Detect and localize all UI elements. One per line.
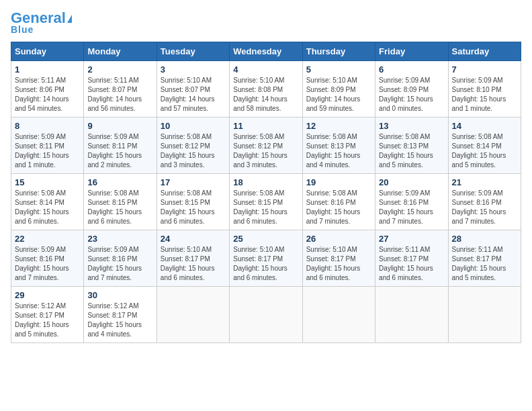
day-number: 4 — [233, 64, 298, 75]
day-info: Sunrise: 5:10 AMSunset: 8:08 PMDaylight:… — [233, 76, 298, 113]
day-number: 29 — [15, 290, 80, 300]
week-row-2: 8 Sunrise: 5:09 AMSunset: 8:11 PMDayligh… — [11, 118, 521, 174]
day-info: Sunrise: 5:09 AMSunset: 8:16 PMDaylight:… — [379, 189, 444, 226]
day-info: Sunrise: 5:08 AMSunset: 8:14 PMDaylight:… — [452, 132, 517, 170]
day-info: Sunrise: 5:11 AMSunset: 8:17 PMDaylight:… — [452, 245, 517, 283]
calendar-cell — [375, 287, 448, 343]
day-number: 14 — [452, 121, 517, 131]
calendar-cell: 10 Sunrise: 5:08 AMSunset: 8:12 PMDaylig… — [157, 118, 229, 174]
day-info: Sunrise: 5:11 AMSunset: 8:17 PMDaylight:… — [379, 245, 444, 283]
day-number: 2 — [87, 64, 152, 75]
day-number: 22 — [15, 234, 80, 244]
day-number: 16 — [87, 177, 152, 187]
logo-blue: Blue — [11, 24, 34, 35]
day-info: Sunrise: 5:11 AMSunset: 8:06 PMDaylight:… — [15, 76, 80, 113]
day-info: Sunrise: 5:09 AMSunset: 8:16 PMDaylight:… — [452, 189, 517, 226]
day-number: 12 — [306, 121, 371, 131]
day-number: 25 — [233, 234, 298, 244]
calendar-cell: 17 Sunrise: 5:08 AMSunset: 8:15 PMDaylig… — [157, 174, 229, 230]
day-info: Sunrise: 5:09 AMSunset: 8:11 PMDaylight:… — [87, 132, 152, 170]
calendar-cell: 5 Sunrise: 5:10 AMSunset: 8:09 PMDayligh… — [302, 61, 375, 118]
weekday-header-tuesday: Tuesday — [157, 42, 229, 61]
day-number: 19 — [306, 177, 371, 187]
calendar-cell: 27 Sunrise: 5:11 AMSunset: 8:17 PMDaylig… — [375, 230, 448, 287]
day-number: 9 — [87, 121, 152, 131]
calendar-cell: 18 Sunrise: 5:08 AMSunset: 8:15 PMDaylig… — [230, 174, 302, 230]
day-info: Sunrise: 5:12 AMSunset: 8:17 PMDaylight:… — [15, 302, 80, 339]
day-number: 23 — [87, 234, 152, 244]
calendar-cell — [157, 287, 229, 343]
day-number: 1 — [15, 64, 80, 75]
day-info: Sunrise: 5:09 AMSunset: 8:16 PMDaylight:… — [15, 245, 80, 283]
weekday-header-friday: Friday — [375, 42, 448, 61]
day-number: 18 — [233, 177, 298, 187]
day-info: Sunrise: 5:10 AMSunset: 8:09 PMDaylight:… — [306, 76, 371, 113]
calendar-cell: 9 Sunrise: 5:09 AMSunset: 8:11 PMDayligh… — [84, 118, 157, 174]
logo: General Blue — [11, 11, 72, 35]
calendar-cell: 14 Sunrise: 5:08 AMSunset: 8:14 PMDaylig… — [448, 118, 521, 174]
calendar-cell: 23 Sunrise: 5:09 AMSunset: 8:16 PMDaylig… — [84, 230, 157, 287]
day-info: Sunrise: 5:08 AMSunset: 8:15 PMDaylight:… — [87, 189, 152, 226]
calendar-cell: 2 Sunrise: 5:11 AMSunset: 8:07 PMDayligh… — [84, 61, 157, 118]
day-number: 10 — [161, 121, 226, 131]
day-number: 11 — [233, 121, 298, 131]
day-info: Sunrise: 5:08 AMSunset: 8:16 PMDaylight:… — [306, 189, 371, 226]
day-info: Sunrise: 5:08 AMSunset: 8:15 PMDaylight:… — [161, 189, 226, 226]
day-info: Sunrise: 5:08 AMSunset: 8:13 PMDaylight:… — [306, 132, 371, 170]
day-info: Sunrise: 5:08 AMSunset: 8:12 PMDaylight:… — [161, 132, 226, 170]
day-info: Sunrise: 5:08 AMSunset: 8:14 PMDaylight:… — [15, 189, 80, 226]
calendar-cell: 7 Sunrise: 5:09 AMSunset: 8:10 PMDayligh… — [448, 61, 521, 118]
weekday-header-wednesday: Wednesday — [230, 42, 302, 61]
calendar-cell — [302, 287, 375, 343]
week-row-4: 22 Sunrise: 5:09 AMSunset: 8:16 PMDaylig… — [11, 230, 521, 287]
day-number: 3 — [161, 64, 226, 75]
calendar-cell: 21 Sunrise: 5:09 AMSunset: 8:16 PMDaylig… — [448, 174, 521, 230]
calendar-cell: 24 Sunrise: 5:10 AMSunset: 8:17 PMDaylig… — [157, 230, 229, 287]
day-number: 30 — [87, 290, 152, 300]
day-number: 8 — [15, 121, 80, 131]
calendar-cell: 4 Sunrise: 5:10 AMSunset: 8:08 PMDayligh… — [230, 61, 302, 118]
calendar-cell: 6 Sunrise: 5:09 AMSunset: 8:09 PMDayligh… — [375, 61, 448, 118]
week-row-1: 1 Sunrise: 5:11 AMSunset: 8:06 PMDayligh… — [11, 61, 521, 118]
day-info: Sunrise: 5:09 AMSunset: 8:16 PMDaylight:… — [87, 245, 152, 283]
calendar-cell: 30 Sunrise: 5:12 AMSunset: 8:17 PMDaylig… — [84, 287, 157, 343]
calendar-cell: 29 Sunrise: 5:12 AMSunset: 8:17 PMDaylig… — [11, 287, 84, 343]
day-info: Sunrise: 5:08 AMSunset: 8:13 PMDaylight:… — [379, 132, 444, 170]
day-number: 27 — [379, 234, 444, 244]
day-info: Sunrise: 5:10 AMSunset: 8:07 PMDaylight:… — [161, 76, 226, 113]
calendar-cell: 8 Sunrise: 5:09 AMSunset: 8:11 PMDayligh… — [11, 118, 84, 174]
week-row-5: 29 Sunrise: 5:12 AMSunset: 8:17 PMDaylig… — [11, 287, 521, 343]
day-info: Sunrise: 5:09 AMSunset: 8:10 PMDaylight:… — [452, 76, 517, 113]
day-info: Sunrise: 5:08 AMSunset: 8:15 PMDaylight:… — [233, 189, 298, 226]
day-info: Sunrise: 5:08 AMSunset: 8:12 PMDaylight:… — [233, 132, 298, 170]
calendar-table: SundayMondayTuesdayWednesdayThursdayFrid… — [11, 42, 521, 343]
day-info: Sunrise: 5:10 AMSunset: 8:17 PMDaylight:… — [161, 245, 226, 283]
weekday-header-saturday: Saturday — [448, 42, 521, 61]
day-info: Sunrise: 5:12 AMSunset: 8:17 PMDaylight:… — [87, 302, 152, 339]
day-number: 17 — [161, 177, 226, 187]
day-number: 5 — [306, 64, 371, 75]
day-number: 13 — [379, 121, 444, 131]
day-number: 26 — [306, 234, 371, 244]
day-number: 21 — [452, 177, 517, 187]
day-info: Sunrise: 5:10 AMSunset: 8:17 PMDaylight:… — [306, 245, 371, 283]
weekday-header-monday: Monday — [84, 42, 157, 61]
calendar-cell — [448, 287, 521, 343]
day-info: Sunrise: 5:09 AMSunset: 8:11 PMDaylight:… — [15, 132, 80, 170]
calendar-cell: 11 Sunrise: 5:08 AMSunset: 8:12 PMDaylig… — [230, 118, 302, 174]
day-info: Sunrise: 5:11 AMSunset: 8:07 PMDaylight:… — [87, 76, 152, 113]
day-number: 20 — [379, 177, 444, 187]
calendar-cell: 16 Sunrise: 5:08 AMSunset: 8:15 PMDaylig… — [84, 174, 157, 230]
day-number: 28 — [452, 234, 517, 244]
calendar-cell: 19 Sunrise: 5:08 AMSunset: 8:16 PMDaylig… — [302, 174, 375, 230]
weekday-header-thursday: Thursday — [302, 42, 375, 61]
calendar-cell: 28 Sunrise: 5:11 AMSunset: 8:17 PMDaylig… — [448, 230, 521, 287]
day-number: 6 — [379, 64, 444, 75]
calendar-cell: 13 Sunrise: 5:08 AMSunset: 8:13 PMDaylig… — [375, 118, 448, 174]
day-number: 15 — [15, 177, 80, 187]
week-row-3: 15 Sunrise: 5:08 AMSunset: 8:14 PMDaylig… — [11, 174, 521, 230]
day-info: Sunrise: 5:10 AMSunset: 8:17 PMDaylight:… — [233, 245, 298, 283]
day-info: Sunrise: 5:09 AMSunset: 8:09 PMDaylight:… — [379, 76, 444, 113]
calendar-cell — [230, 287, 302, 343]
calendar-cell: 25 Sunrise: 5:10 AMSunset: 8:17 PMDaylig… — [230, 230, 302, 287]
